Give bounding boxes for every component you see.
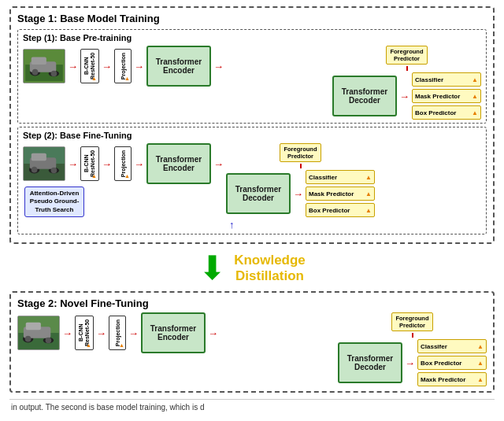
stage2-fg-predictor: Foreground Predictor: [391, 312, 432, 331]
svg-point-22: [25, 336, 32, 342]
stage2-box: Stage 2: Novel Fine-Tuning →: [9, 291, 495, 393]
step1-proj-icon: ▲: [124, 76, 130, 81]
step2-image: [23, 146, 65, 181]
step2-output-box: Box Predictor ▲: [306, 203, 375, 217]
step1-output-icon3: ▲: [472, 109, 478, 116]
step2-proj-icon: ▲: [124, 173, 130, 179]
svg-point-14: [32, 167, 38, 173]
svg-rect-5: [32, 57, 46, 65]
step1-arrow5: →: [399, 90, 410, 102]
step2-arrow4: →: [213, 158, 224, 170]
step2-output-icon2: ▲: [365, 190, 372, 198]
step2-outputs: Classifier ▲ Mask Predictor ▲ Box Predic…: [306, 170, 375, 217]
stage2-outputs: Classifer ▲ Box Predictor ▲ Maxk Predict…: [417, 339, 487, 386]
stage2-decoder: Transformer Decoder: [338, 342, 402, 383]
step2-output-icon3: ▲: [365, 207, 372, 214]
stage2-output-box: Box Predictor ▲: [417, 356, 487, 370]
stage1-box: Stage 1: Base Model Training Step (1): B…: [9, 6, 495, 244]
stage2-output-icon1: ▲: [477, 343, 484, 350]
svg-point-23: [46, 338, 52, 344]
step2-arrow1: →: [68, 158, 78, 170]
stage2-title: Stage 2: Novel Fine-Tuning: [17, 297, 487, 309]
step1-encoder: Transformer Encoder: [146, 46, 211, 87]
step2-vline: [300, 164, 302, 168]
stage2-proj-icon: ▲: [119, 342, 124, 348]
blue-arrow: ↑: [229, 219, 235, 231]
stage2-output-mask: Maxk Predictor ▲: [417, 372, 487, 386]
step1-output-classifier: Classifier ▲: [412, 72, 481, 87]
stage2-arrow4: →: [208, 327, 218, 339]
step1-projection: Projection ▲: [114, 49, 132, 83]
stage2-backbone: B-CNN ResNet-50 ▲: [75, 316, 94, 350]
svg-point-6: [32, 69, 39, 76]
svg-rect-21: [26, 323, 41, 331]
step1-backbone-icon: ▲: [91, 76, 97, 81]
stage2-projection: Projection ▲: [109, 316, 126, 350]
step1-arrow3: →: [134, 61, 144, 72]
step1-arrow4: →: [213, 61, 224, 72]
svg-point-15: [51, 168, 57, 174]
stage2-output-icon2: ▲: [477, 360, 484, 367]
stage2-backbone-icon: ▲: [86, 342, 91, 348]
step1-output-icon1: ▲: [472, 76, 478, 83]
stage2-vline: [412, 333, 413, 338]
svg-point-7: [51, 71, 57, 77]
stage2-encoder: Transformer Encoder: [141, 312, 206, 353]
step2-backbone-icon: ▲: [91, 173, 97, 179]
step1-output-icon2: ▲: [472, 93, 478, 100]
step1-label: Step (1): Base Pre-training: [23, 33, 481, 42]
stage2-arrow2: →: [96, 327, 106, 339]
step1-outputs: Classifier ▲ Mask Predictor ▲ Box Predic…: [412, 72, 481, 120]
step2-label: Step (2): Base Fine-Tuning: [23, 131, 481, 140]
step2-projection: Projection ▲: [114, 146, 132, 181]
step2-arrow5: →: [293, 188, 303, 200]
stage2-arrow1: →: [62, 327, 72, 339]
kd-section: ⬇ Knowledge Distillation: [9, 252, 495, 285]
stage2-output-icon3: ▲: [477, 376, 484, 383]
kd-arrow: ⬇: [198, 252, 226, 285]
step2-fg-predictor: Foreground Predictor: [280, 143, 321, 162]
svg-rect-13: [32, 153, 46, 161]
step1-arrow1: →: [68, 61, 78, 72]
kd-text: Knowledge Distillation: [234, 253, 306, 285]
step1-fg-predictor: Foreground Predictor: [386, 46, 427, 65]
stage2-arrow3: →: [128, 327, 139, 339]
step2-output-mask: Mask Predictor ▲: [306, 186, 375, 201]
stage1-title: Stage 1: Base Model Training: [17, 13, 487, 24]
stage2-output-classifier: Classifer ▲: [417, 339, 487, 353]
step1-backbone: B-CNN ResNet-50 ▲: [80, 49, 99, 83]
step1-box: Step (1): Base Pre-training: [17, 29, 487, 124]
step1-arrow2: →: [102, 61, 112, 72]
step1-image: [23, 49, 65, 83]
step2-encoder: Transformer Encoder: [146, 143, 211, 184]
step1-output-box: Box Predictor ▲: [412, 105, 481, 120]
stage2-arrow5: →: [405, 357, 415, 369]
step2-backbone: B-CNN ResNet-50 ▲: [80, 146, 99, 181]
attention-box: Attention-Driven Pseudo Ground- Truth Se…: [24, 186, 84, 217]
step2-output-icon1: ▲: [365, 174, 372, 181]
step2-output-classifier: Classifier ▲: [306, 170, 375, 184]
step2-arrow2: →: [102, 158, 112, 170]
stage2-image: [17, 316, 60, 350]
step2-decoder: Transformer Decoder: [226, 173, 291, 214]
step2-arrow3: →: [134, 158, 144, 170]
step1-output-mask: Mask Predictor ▲: [412, 89, 481, 103]
bottom-text: in output. The second is base model trai…: [9, 399, 495, 412]
step1-decoder: Transformer Decoder: [332, 76, 397, 116]
step2-box: Step (2): Base Fine-Tuning: [17, 127, 487, 235]
step1-vline: [406, 66, 408, 71]
main-container: Stage 1: Base Model Training Step (1): B…: [0, 0, 504, 418]
